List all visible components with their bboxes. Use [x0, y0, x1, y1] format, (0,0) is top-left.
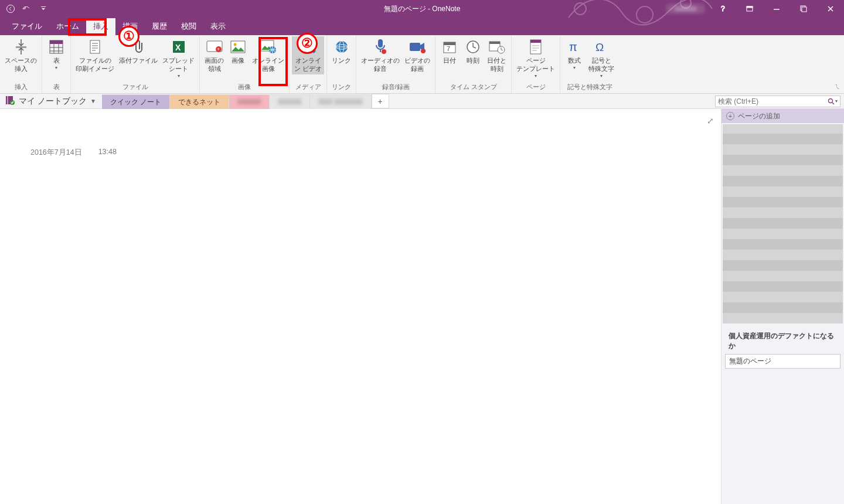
svg-text:Ω: Ω	[595, 41, 604, 53]
minimize-button[interactable]	[763, 0, 790, 18]
file-printout-icon	[86, 38, 104, 56]
symbol-button[interactable]: Ω記号と 特殊文字▾	[586, 36, 617, 80]
tab-file[interactable]: ファイル	[5, 18, 49, 35]
record-video-button[interactable]: ビデオの 録画	[402, 36, 433, 74]
annotation-callout-1: ①	[118, 26, 139, 47]
tab-view[interactable]: 表示	[203, 18, 233, 35]
section-tab-5[interactable]: XXX XXXXXX	[310, 94, 371, 109]
add-section-button[interactable]: +	[372, 94, 389, 108]
tab-history[interactable]: 履歴	[145, 18, 174, 35]
online-picture-icon	[259, 38, 278, 56]
window-title: 無題のページ - OneNote	[384, 4, 461, 14]
svg-text:π: π	[569, 40, 577, 53]
section-bar: マイ ノートブック ▼ クイック ノート できるネット XXXXX XXXXX …	[0, 94, 844, 109]
group-image-label: 画像	[202, 81, 287, 93]
picture-icon	[229, 38, 247, 56]
online-picture-button[interactable]: オンライン 画像	[250, 36, 287, 74]
title-bar: 無題のページ - OneNote XXXXX ?	[0, 0, 844, 18]
group-media-label: メディア	[292, 81, 324, 93]
search-icon[interactable]: ▾	[828, 98, 838, 105]
group-link-label: リンク	[329, 81, 353, 93]
group-rec-label: 録音/録画	[359, 81, 433, 93]
svg-text:?: ?	[721, 5, 725, 13]
svg-rect-15	[50, 40, 63, 44]
file-printout-button[interactable]: ファイルの 印刷イメージ	[73, 36, 117, 74]
group-page-label: ページ	[514, 81, 557, 93]
blurred-page-list	[723, 124, 843, 323]
add-page-button[interactable]: + ページの追加	[722, 109, 844, 123]
equation-button[interactable]: π数式▾	[563, 36, 586, 72]
svg-text:+: +	[217, 46, 220, 52]
close-button[interactable]	[817, 0, 844, 18]
page-item[interactable]: 個人資産運用のデファクトになるか	[725, 329, 840, 353]
notebook-icon	[5, 95, 15, 107]
svg-rect-4	[41, 6, 46, 7]
svg-point-68	[829, 98, 833, 103]
record-audio-button[interactable]: オーディオの 録音	[359, 36, 402, 74]
search-input[interactable]	[718, 97, 828, 105]
back-button[interactable]	[4, 2, 18, 16]
section-tab-2[interactable]: できるネット	[170, 94, 229, 109]
table-icon	[47, 38, 66, 56]
notebook-name: マイ ノートブック	[19, 96, 87, 107]
picture-button[interactable]: 画像	[226, 36, 250, 66]
maximize-button[interactable]	[790, 0, 817, 18]
add-page-label: ページの追加	[738, 111, 780, 121]
page-template-button[interactable]: ページ テンプレート▾	[514, 36, 557, 80]
section-tab-quicknotes[interactable]: クイック ノート	[102, 94, 170, 109]
svg-rect-20	[90, 40, 100, 53]
svg-rect-45	[410, 43, 420, 51]
datetime-button[interactable]: 日付と 時刻	[485, 36, 509, 74]
svg-text:7: 7	[447, 45, 450, 52]
svg-rect-66	[7, 96, 8, 104]
plus-icon: +	[726, 112, 734, 120]
page-template-icon	[526, 38, 545, 56]
tab-home[interactable]: ホーム	[49, 18, 86, 35]
svg-rect-10	[802, 7, 806, 12]
spreadsheet-button[interactable]: Xスプレッド シート▾	[160, 36, 197, 80]
section-tab-3[interactable]: XXXXX	[229, 94, 270, 109]
dropdown-caret-icon: ▾	[55, 65, 57, 71]
omega-icon: Ω	[592, 38, 611, 56]
notebook-picker[interactable]: マイ ノートブック ▼	[0, 94, 102, 108]
calendar-clock-icon	[488, 38, 506, 56]
account-name[interactable]: XXXXX	[666, 4, 705, 13]
group-insertspace-label: 挿入	[2, 81, 39, 93]
search-box[interactable]: ▾	[715, 96, 840, 107]
date-button[interactable]: 7日付	[438, 36, 461, 66]
ribbon-display-button[interactable]	[736, 0, 763, 18]
help-button[interactable]: ?	[709, 0, 736, 18]
section-tab-4[interactable]: XXXXX	[270, 94, 310, 109]
group-timestamp-label: タイム スタンプ	[438, 81, 509, 93]
insert-space-button[interactable]: スペースの 挿入	[2, 36, 39, 74]
page-time: 13:48	[98, 148, 117, 158]
excel-icon: X	[169, 38, 188, 56]
page-item-selected[interactable]: 無題のページ	[725, 354, 840, 369]
video-camera-icon	[408, 38, 427, 56]
page-canvas[interactable]: ⤢ 2016年7月14日 13:48	[0, 109, 721, 504]
screen-clipping-button[interactable]: +画面の 領域	[202, 36, 226, 74]
undo-button[interactable]	[20, 2, 34, 16]
page-timestamp: 2016年7月14日 13:48	[30, 148, 721, 158]
group-symbols-label: 記号と特殊文字	[563, 81, 617, 93]
svg-rect-7	[747, 6, 753, 8]
svg-rect-59	[530, 40, 541, 43]
svg-point-0	[574, 3, 586, 15]
page-date: 2016年7月14日	[30, 148, 82, 158]
annotation-callout-2: ②	[297, 33, 318, 54]
tab-review[interactable]: 校閲	[174, 18, 203, 35]
qat-customize[interactable]	[36, 2, 50, 16]
svg-rect-42	[378, 39, 383, 47]
tab-insert[interactable]: 挿入	[86, 18, 115, 35]
time-button[interactable]: 時刻	[461, 36, 485, 66]
expand-page-button[interactable]: ⤢	[707, 116, 714, 125]
svg-point-44	[382, 49, 386, 54]
group-file-label: ファイル	[73, 81, 197, 93]
collapse-ribbon-button[interactable]: ㄟ	[834, 82, 840, 91]
pi-icon: π	[565, 38, 584, 56]
chevron-down-icon: ▼	[90, 98, 96, 104]
group-table-label: 表	[45, 81, 68, 93]
table-button[interactable]: 表▾	[45, 36, 68, 72]
link-button[interactable]: リンク	[329, 36, 353, 66]
page-pane: + ページの追加 個人資産運用のデファクトになるか 無題のページ	[721, 109, 844, 504]
